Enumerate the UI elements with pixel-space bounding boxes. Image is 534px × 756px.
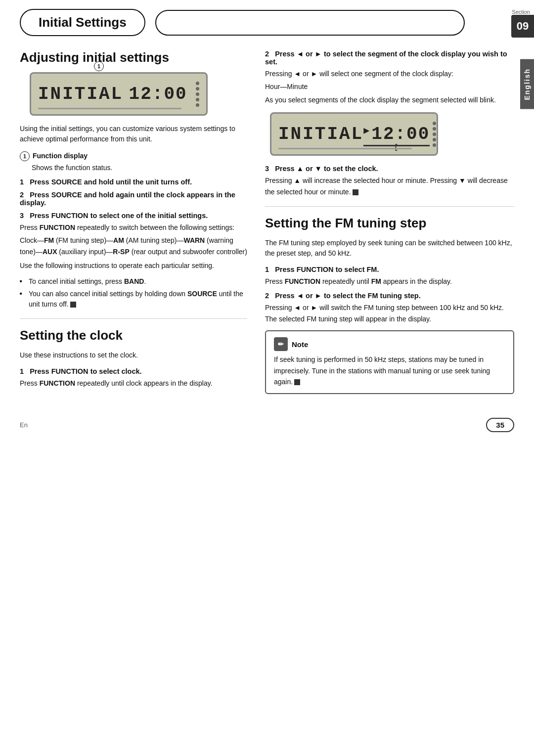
fm-heading: Setting the FM tuning step <box>265 216 514 231</box>
lcd2-time-blink: ▶12:00 [ <box>363 124 430 144</box>
end-marker-3 <box>294 379 300 385</box>
lcd-display-2: INITIAL ▶12:00 [ <box>270 112 438 156</box>
right-step3-body: Pressing ▲ will increase the selected ho… <box>265 175 514 197</box>
setting-clock-intro: Use these instructions to set the clock. <box>20 350 247 360</box>
fm-step1: 1 Press FUNCTION to select FM. Press FUN… <box>265 266 514 287</box>
cursor-bracket: [ <box>394 143 399 151</box>
fm-step2-body: Pressing ◄ or ► will switch the FM tunin… <box>265 302 514 324</box>
step2-heading: 2 Press SOURCE and hold again until the … <box>20 191 247 207</box>
lcd2-dot-4 <box>433 138 436 141</box>
lcd-text-initial: INITIAL <box>38 84 123 104</box>
lcd-dot-1 <box>196 82 199 85</box>
divider-1 <box>20 318 247 319</box>
note-body: If seek tuning is performed in 50 kHz st… <box>274 354 505 387</box>
right-column: 2 Press ◄ or ► to select the segment of … <box>265 50 514 394</box>
fm-step2: 2 Press ◄ or ► to select the FM tuning s… <box>265 292 514 324</box>
step3: 3 Press FUNCTION to select one of the in… <box>20 212 247 310</box>
step1-heading: 1 Press SOURCE and hold until the unit t… <box>20 178 247 186</box>
right-step2-body3: As you select segments of the clock disp… <box>265 94 514 105</box>
lcd-display-1: INITIAL 12:00 <box>30 72 208 116</box>
function-display-body: Shows the function status. <box>32 163 247 173</box>
note-header: ✏ Note <box>274 337 505 351</box>
intro-text: Using the initial settings, you can cust… <box>20 124 247 144</box>
right-step2-heading: 2 Press ◄ or ► to select the segment of … <box>265 50 514 66</box>
fm-step1-heading: 1 Press FUNCTION to select FM. <box>265 266 514 273</box>
top-bar: Initial Settings <box>0 0 534 36</box>
lcd2-dots <box>433 122 436 147</box>
display-label: 1 <box>94 61 105 71</box>
bullet-list: To cancel initial settings, press BAND. … <box>20 276 247 310</box>
bullet-2: You can also cancel initial settings by … <box>20 289 247 310</box>
setting-clock-heading: Setting the clock <box>20 328 247 343</box>
lcd-dot-4 <box>196 98 199 101</box>
circle-num-fd: 1 <box>20 151 30 161</box>
display-area-2: INITIAL ▶12:00 [ <box>270 112 514 156</box>
right-step3: 3 Press ▲ or ▼ to set the clock. Pressin… <box>265 165 514 197</box>
clock-step1: 1 Press FUNCTION to select clock. Press … <box>20 367 247 389</box>
right-step2: 2 Press ◄ or ► to select the segment of … <box>265 50 514 105</box>
lcd2-text-initial: INITIAL <box>278 124 363 144</box>
end-marker-2 <box>353 189 358 195</box>
lcd-dots <box>196 82 199 107</box>
function-display-subsection: 1 Function display Shows the function st… <box>20 151 247 173</box>
step3-settings-line: Clock—FM (FM tuning step)—AM (AM tuning … <box>20 235 247 257</box>
fm-step2-heading: 2 Press ◄ or ► to select the FM tuning s… <box>265 292 514 300</box>
lcd2-dot-2 <box>433 127 436 131</box>
clock-step1-heading: 1 Press FUNCTION to select clock. <box>20 367 247 375</box>
step3-body: Press FUNCTION repeatedly to switch betw… <box>20 222 247 233</box>
fm-intro: The FM tuning step employed by seek tuni… <box>265 238 514 259</box>
page-title: Initial Settings <box>20 9 145 36</box>
note-box: ✏ Note If seek tuning is performed in 50… <box>265 330 514 394</box>
bullet-1: To cancel initial settings, press BAND. <box>20 276 247 287</box>
lcd-dot-2 <box>196 87 199 90</box>
lcd-dot-3 <box>196 92 199 96</box>
fm-step1-body: Press FUNCTION repeatedly until FM appea… <box>265 276 514 287</box>
lcd-text-time: 12:00 <box>129 84 187 104</box>
step2: 2 Press SOURCE and hold again until the … <box>20 191 247 207</box>
right-step2-body2: Hour—Minute <box>265 81 514 92</box>
note-icon: ✏ <box>274 337 288 351</box>
function-display-title: 1 Function display <box>20 151 247 161</box>
left-column: Adjusting initial settings 1 INITIAL 12:… <box>20 50 247 394</box>
function-display-bold: Function display <box>33 152 88 160</box>
lang-label: En <box>20 421 28 429</box>
bottom-bar: En 35 <box>0 409 534 441</box>
english-sidebar-label: English <box>520 59 534 109</box>
page-number: 35 <box>486 418 514 432</box>
lcd2-dot-5 <box>433 143 436 147</box>
cursor-arrow: ▶ <box>363 125 370 136</box>
note-label: Note <box>292 340 308 349</box>
lcd-dot-5 <box>196 103 199 107</box>
step1: 1 Press SOURCE and hold until the unit t… <box>20 178 247 186</box>
blank-pill <box>155 10 465 36</box>
step3-instructions: Use the following instructions to operat… <box>20 260 247 271</box>
section-badge: Section 09 <box>511 9 534 38</box>
section-label: Section <box>512 9 534 15</box>
lcd2-dot-3 <box>433 133 436 136</box>
lcd2-text-time: ▶12:00 [ <box>363 124 430 144</box>
divider-2 <box>265 206 514 207</box>
main-heading: Adjusting initial settings <box>20 50 247 65</box>
section-number: 09 <box>511 15 534 38</box>
end-marker-1 <box>70 302 76 308</box>
right-step3-heading: 3 Press ▲ or ▼ to set the clock. <box>265 165 514 173</box>
step3-heading: 3 Press FUNCTION to select one of the in… <box>20 212 247 220</box>
circle-num-1: 1 <box>94 61 104 71</box>
right-step2-body1: Pressing ◄ or ► will select one segment … <box>265 68 514 79</box>
main-content: Adjusting initial settings 1 INITIAL 12:… <box>0 36 534 394</box>
lcd2-dot-1 <box>433 122 436 125</box>
clock-step1-body: Press FUNCTION repeatedly until clock ap… <box>20 378 247 389</box>
display-area-1: 1 INITIAL 12:00 <box>30 72 247 116</box>
